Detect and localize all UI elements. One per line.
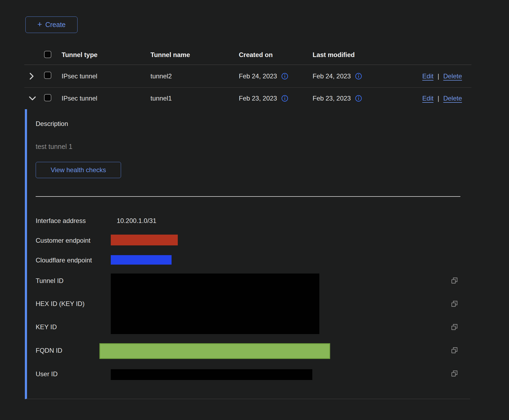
user-id-redacted-value — [111, 369, 312, 380]
info-icon[interactable] — [281, 95, 288, 102]
plus-icon: + — [37, 20, 42, 28]
user-id-label: User ID — [36, 370, 58, 378]
create-button-label: Create — [45, 21, 66, 29]
info-icon[interactable] — [355, 73, 362, 80]
tunnel-name-cell: tunnel2 — [150, 72, 239, 80]
expand-row-button[interactable] — [24, 72, 42, 80]
last-modified-cell: Feb 24, 2023 — [313, 72, 351, 80]
expanded-tunnel-panel: Description test tunnel 1 View health ch… — [25, 109, 470, 399]
row-checkbox[interactable] — [44, 94, 51, 101]
info-icon[interactable] — [355, 95, 362, 102]
created-on-cell: Feb 23, 2023 — [239, 95, 277, 102]
table-header-row: Tunnel type Tunnel name Created on Last … — [24, 45, 471, 65]
copy-icon — [451, 300, 458, 308]
action-separator: | — [437, 72, 439, 80]
fqdn-id-redacted-value — [99, 343, 330, 359]
delete-link[interactable]: Delete — [443, 95, 462, 102]
copy-tunnel-id-button[interactable] — [451, 277, 458, 284]
column-header-last-modified: Last modified — [313, 51, 386, 59]
copy-user-id-button[interactable] — [451, 370, 458, 377]
copy-icon — [451, 323, 458, 331]
cloudflare-endpoint-redacted-value — [111, 255, 172, 265]
copy-icon — [451, 370, 458, 377]
create-button[interactable]: + Create — [25, 16, 78, 33]
copy-hex-id-button[interactable] — [451, 300, 458, 308]
table-row: IPsec tunnel tunnel2 Feb 24, 2023 Feb 24… — [24, 65, 471, 88]
copy-icon — [451, 346, 458, 354]
ids-redacted-value — [111, 274, 319, 334]
last-modified-cell: Feb 23, 2023 — [313, 95, 351, 102]
edit-link[interactable]: Edit — [422, 72, 433, 80]
select-all-checkbox[interactable] — [44, 51, 51, 58]
customer-endpoint-redacted-value — [111, 235, 178, 245]
key-id-label: KEY ID — [36, 323, 57, 331]
section-divider — [36, 196, 460, 197]
description-label: Description — [36, 120, 68, 128]
copy-icon — [451, 277, 458, 284]
copy-fqdn-id-button[interactable] — [451, 346, 458, 354]
hex-id-label: HEX ID (KEY ID) — [36, 300, 85, 308]
delete-link[interactable]: Delete — [443, 72, 462, 80]
tunnel-type-cell: IPsec tunnel — [62, 72, 150, 80]
tunnels-page: + Create Tunnel type Tunnel name Created… — [0, 0, 509, 420]
table-row: IPsec tunnel tunnel1 Feb 23, 2023 Feb 23… — [24, 88, 471, 109]
chevron-right-icon — [29, 72, 35, 80]
column-header-created-on: Created on — [239, 51, 313, 59]
column-header-tunnel-type: Tunnel type — [62, 51, 150, 59]
customer-endpoint-label: Customer endpoint — [36, 237, 91, 244]
collapse-row-button[interactable] — [24, 95, 42, 101]
chevron-down-icon — [29, 95, 36, 101]
interface-address-value: 10.200.1.0/31 — [117, 217, 156, 225]
edit-link[interactable]: Edit — [422, 95, 433, 102]
description-value: test tunnel 1 — [36, 143, 72, 151]
cloudflare-endpoint-label: Cloudflare endpoint — [36, 256, 92, 264]
created-on-cell: Feb 24, 2023 — [239, 72, 277, 80]
interface-address-label: Interface address — [36, 217, 86, 225]
action-separator: | — [437, 95, 439, 102]
view-health-checks-button[interactable]: View health checks — [36, 162, 121, 178]
tunnel-type-cell: IPsec tunnel — [62, 95, 150, 102]
info-icon[interactable] — [281, 73, 288, 80]
column-header-tunnel-name: Tunnel name — [150, 51, 239, 59]
fqdn-id-label: FQDN ID — [36, 347, 62, 354]
copy-key-id-button[interactable] — [451, 323, 458, 331]
tunnel-id-label: Tunnel ID — [36, 277, 63, 285]
row-checkbox[interactable] — [44, 72, 51, 79]
tunnel-name-cell: tunnel1 — [150, 95, 239, 102]
